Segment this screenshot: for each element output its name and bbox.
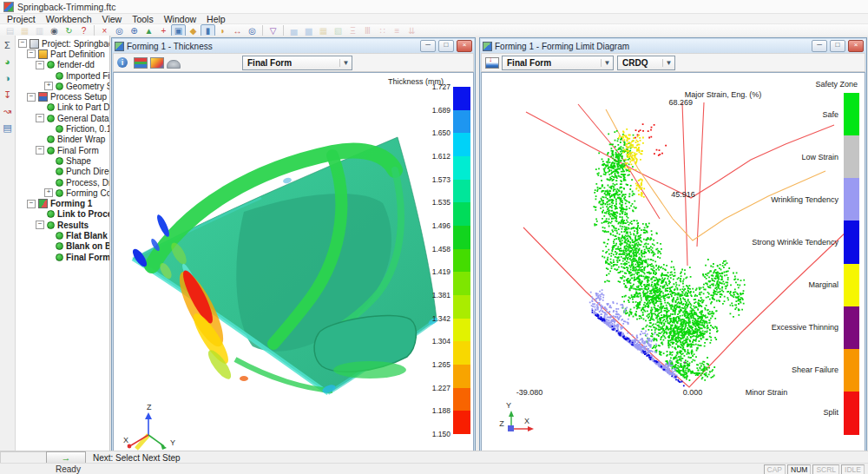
status-flag-scrl: SCRL xyxy=(812,464,839,474)
close-button[interactable]: × xyxy=(848,40,864,52)
node-icon xyxy=(56,253,63,261)
tree-item-label: Part Definition xyxy=(50,49,105,59)
show-part-icon[interactable] xyxy=(167,57,180,69)
forming-result-icon[interactable] xyxy=(485,57,498,69)
tree-item-project-springback-trimming[interactable]: −Project: Springback-Trimming xyxy=(16,38,109,49)
tree-item-fender-dd[interactable]: −fender-dd xyxy=(16,60,109,70)
tree-item-forming-conditions[interactable]: +Forming Conditions xyxy=(16,188,109,198)
legend-label: Wrinkling Tendency xyxy=(726,195,838,204)
collapse-box[interactable]: − xyxy=(27,49,36,58)
legend-label: Excessive Thinning xyxy=(726,323,838,332)
fld-window-toolbar: Final Form▼ CRDQ▼ xyxy=(481,53,865,72)
colorbar-band xyxy=(453,226,470,249)
summary-icon[interactable]: Σ xyxy=(2,39,14,51)
tree-item-blank-on-binder[interactable]: Blank on Binder xyxy=(16,241,109,252)
expand-box[interactable]: + xyxy=(44,188,53,197)
tree-item-forming-1[interactable]: −Forming 1 xyxy=(16,198,109,208)
tree-item-shape[interactable]: Shape xyxy=(16,155,109,166)
collapse-box[interactable]: − xyxy=(36,146,44,155)
contour-bands-icon[interactable] xyxy=(134,57,147,69)
next-step-button[interactable]: → xyxy=(46,451,86,464)
node-icon xyxy=(56,157,63,165)
result-state-combo[interactable]: Final Form▼ xyxy=(242,56,352,70)
tree-item-friction-0-15[interactable]: Friction, 0.15 xyxy=(16,123,109,134)
collapse-box[interactable]: − xyxy=(18,39,27,48)
svg-text:Y: Y xyxy=(506,401,511,410)
thickness-window-title: Forming 1 - Thickness xyxy=(127,42,418,51)
tree-item-general-data[interactable]: −General Data xyxy=(16,113,109,123)
legend-band xyxy=(844,264,859,307)
tree-item-label: General Data xyxy=(57,114,108,123)
tree-item-flat-blank[interactable]: Flat Blank xyxy=(16,230,109,240)
tree-item-final-form[interactable]: −Final Form xyxy=(16,145,109,155)
tree-item-process-setup-1[interactable]: −Process Setup 1 xyxy=(16,91,109,102)
minimize-button[interactable]: ─ xyxy=(420,40,436,52)
menu-view[interactable]: View xyxy=(97,14,128,24)
menu-project[interactable]: Project xyxy=(2,14,41,24)
collapse-box[interactable]: − xyxy=(36,114,44,122)
tree-item-process-draw[interactable]: Process, Draw xyxy=(16,177,109,188)
colorbar-band xyxy=(453,133,470,156)
tree-item-label: Punch Direction xyxy=(66,167,109,176)
node-icon xyxy=(56,82,63,90)
results-pie-icon[interactable]: ◕ xyxy=(2,56,14,68)
legend-band xyxy=(844,221,859,264)
material-combo[interactable]: CRDQ▼ xyxy=(617,56,675,70)
probe-info-icon[interactable]: i xyxy=(117,57,130,69)
tree-item-label: Binder Wrap xyxy=(57,135,105,144)
fld-window-titlebar[interactable]: Forming 1 - Forming Limit Diagram ─ □ × xyxy=(481,39,865,53)
legend-band xyxy=(844,178,859,221)
status-ready: Ready xyxy=(56,464,81,474)
tree-item-binder-wrap[interactable]: Binder Wrap xyxy=(16,135,109,145)
tree-item-label: Final Form xyxy=(57,146,99,155)
tree-item-part-definition[interactable]: −Part Definition xyxy=(16,49,109,59)
curve-icon[interactable]: ↝ xyxy=(2,105,14,117)
collapse-box[interactable]: − xyxy=(27,93,36,102)
next-step-bar: → Next: Select Next Step xyxy=(0,451,868,464)
restore-button[interactable]: □ xyxy=(830,40,845,52)
tree-item-label: Process Setup 1 xyxy=(50,92,109,102)
result-state-combo[interactable]: Final Form▼ xyxy=(502,56,614,70)
svg-text:X: X xyxy=(524,417,529,425)
viewer-icon[interactable]: ◑ xyxy=(2,72,14,84)
collapse-box[interactable]: − xyxy=(36,61,44,69)
side-toolbar: Σ◕◑↧↝▤ xyxy=(0,36,16,451)
chevron-down-icon: ▼ xyxy=(662,59,674,67)
tree-item-link-to-part-definition[interactable]: Link to Part Definition xyxy=(16,102,109,113)
collapse-box[interactable]: − xyxy=(36,221,44,229)
colorbar-band xyxy=(453,388,470,411)
contour-smooth-icon[interactable] xyxy=(150,57,163,69)
menu-tools[interactable]: Tools xyxy=(127,14,159,24)
tree-item-label: Final Form xyxy=(66,253,109,262)
app-icon xyxy=(3,2,14,12)
tree-item-punch-direction[interactable]: Punch Direction xyxy=(16,167,109,177)
colorbar-band xyxy=(453,110,470,134)
colorbar-band xyxy=(453,319,470,342)
colorbar-tick-label: 1.150 xyxy=(421,430,450,438)
toolbar-separator xyxy=(94,25,95,36)
thickness-canvas[interactable]: ZXY Thickness (mm) 1.7271.6891.6501.6121… xyxy=(113,72,474,452)
minimize-button[interactable]: ─ xyxy=(812,40,827,52)
thickness-window-titlebar[interactable]: Forming 1 - Thickness ─ □ × xyxy=(113,39,474,53)
menu-window[interactable]: Window xyxy=(159,14,201,24)
node-icon xyxy=(56,125,63,133)
report-icon[interactable]: ▤ xyxy=(2,122,14,134)
tree-item-label: Link to Part Definition xyxy=(57,102,109,112)
collapse-box[interactable]: − xyxy=(27,200,36,208)
colorbar-tick-label: 1.458 xyxy=(421,245,450,253)
tree-item-link-to-process-setup-1[interactable]: Link to Process Setup 1 xyxy=(16,209,109,220)
tree-item-geometry-set-1[interactable]: +Geometry Set 1 xyxy=(16,81,109,91)
menu-workbench[interactable]: Workbench xyxy=(41,14,97,24)
forming-icon[interactable]: ↧ xyxy=(2,89,14,101)
tree-item-imported-file-c-fti[interactable]: Imported File, C:\FTI\... xyxy=(16,70,109,81)
tree-item-label: Geometry Set 1 xyxy=(66,82,109,91)
menu-help[interactable]: Help xyxy=(201,14,231,24)
tree-item-label: Results xyxy=(57,221,89,230)
node-icon xyxy=(56,168,63,175)
expand-box[interactable]: + xyxy=(44,82,53,90)
restore-button[interactable]: □ xyxy=(438,40,454,52)
tree-item-results[interactable]: −Results xyxy=(16,220,109,230)
tree-item-final-form[interactable]: Final Form xyxy=(16,252,109,262)
close-button[interactable]: × xyxy=(457,40,472,52)
fld-canvas[interactable]: Major Strain, Eng. (%)68.26945.916-39.08… xyxy=(481,72,865,462)
